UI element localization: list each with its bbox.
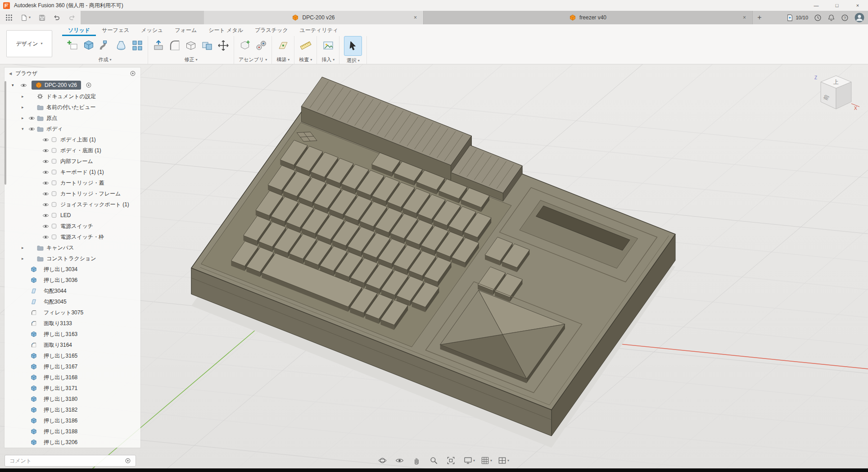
select-icon[interactable] [347, 40, 359, 52]
browser-tree-item[interactable]: ▸ キャンバス [5, 242, 140, 253]
new-tab-button[interactable]: + [753, 11, 766, 24]
workspace-selector[interactable]: デザイン ▾ [6, 30, 52, 57]
tool-group-menu[interactable]: 挿入▾ [321, 56, 335, 63]
browser-tree-item[interactable]: ▸ ドキュメントの設定 [5, 91, 140, 102]
visibility-eye-icon[interactable] [42, 169, 51, 176]
browser-root-item[interactable]: ▾ DPC-200 v26 [5, 79, 140, 91]
expand-toggle[interactable]: ▸ [22, 94, 28, 99]
browser-tree-item[interactable]: ボディ上面 (1) [5, 134, 140, 145]
browser-feature-item[interactable]: 押し出し3165 [5, 350, 140, 361]
press-pull-icon[interactable] [153, 40, 164, 51]
joint-icon[interactable] [255, 40, 267, 51]
orbit-button[interactable]: ▾ [378, 456, 389, 465]
browser-feature-item[interactable]: 勾配3044 [5, 286, 140, 296]
browser-feature-item[interactable]: 押し出し3036 [5, 275, 140, 286]
expand-toggle[interactable]: ▸ [22, 116, 28, 120]
browser-tree-item[interactable]: ジョイスティックポート (1) [5, 199, 140, 210]
browser-feature-item[interactable]: 面取り3164 [5, 340, 140, 350]
visibility-eye-icon[interactable] [20, 82, 29, 89]
visibility-eye-icon[interactable] [42, 212, 51, 219]
document-tab[interactable]: DPC-200 v26 × [204, 11, 424, 24]
browser-feature-item[interactable]: 押し出し3180 [5, 394, 140, 404]
browser-feature-item[interactable]: 押し出し3168 [5, 372, 140, 383]
extrude-icon[interactable] [83, 40, 95, 51]
expand-toggle[interactable]: ▸ [22, 245, 28, 250]
expand-toggle[interactable]: ▸ [22, 256, 28, 261]
create-sketch-icon[interactable] [67, 40, 78, 51]
browser-feature-item[interactable]: 押し出し3182 [5, 404, 140, 415]
fit-button[interactable]: ▾ [447, 456, 458, 465]
browser-tree-item[interactable]: LED [5, 210, 140, 221]
visibility-eye-icon[interactable] [42, 180, 51, 186]
display-button[interactable]: ▾ [464, 456, 475, 465]
visibility-eye-icon[interactable] [28, 126, 37, 132]
view-cube[interactable]: 上 前 Z X [808, 68, 862, 122]
tool-group-menu[interactable]: アセンブリ▾ [239, 56, 267, 63]
pan-button[interactable]: ▾ [412, 456, 424, 465]
help-button[interactable]: ? [841, 14, 849, 22]
pattern-icon[interactable] [131, 40, 143, 51]
tool-group-menu[interactable]: 構築▾ [276, 56, 289, 63]
user-avatar-button[interactable] [854, 13, 864, 23]
file-menu-button[interactable]: ▾ [21, 14, 31, 21]
look-at-button[interactable]: ▾ [395, 456, 407, 465]
browser-tree-item[interactable]: 内部フレーム [5, 156, 140, 167]
browser-feature-item[interactable]: 押し出し3163 [5, 329, 140, 340]
browser-options-icon[interactable] [130, 70, 136, 77]
collapse-browser-button[interactable]: ◀ [9, 72, 12, 76]
browser-tree-item[interactable]: ボディ・底面 (1) [5, 145, 140, 156]
browser-tree-item[interactable]: カートリッジ・蓋 [5, 177, 140, 188]
redo-button[interactable] [68, 14, 75, 21]
visibility-eye-icon[interactable] [42, 136, 51, 143]
visibility-eye-icon[interactable] [42, 234, 51, 241]
new-component-icon[interactable] [239, 40, 251, 51]
browser-feature-item[interactable]: 面取り3133 [5, 318, 140, 329]
move-icon[interactable] [217, 40, 229, 51]
construction-plane-icon[interactable] [277, 40, 289, 51]
browser-feature-item[interactable]: 押し出し3188 [5, 426, 140, 437]
browser-tree-item[interactable]: ▸ 名前の付いたビュー [5, 102, 140, 113]
shell-icon[interactable] [185, 40, 197, 51]
tool-group-menu[interactable]: 作成▾ [98, 56, 111, 63]
sweep-icon[interactable] [99, 40, 111, 51]
status-clock-button[interactable] [814, 14, 822, 22]
ribbon-tab[interactable]: メッシュ [135, 24, 169, 36]
visibility-eye-icon[interactable] [42, 223, 51, 230]
visibility-eye-icon[interactable] [42, 191, 51, 197]
browser-tree-item[interactable]: ▸ 原点 [5, 113, 140, 123]
viewports-button[interactable]: ▾ [498, 456, 509, 465]
close-tab-button[interactable]: × [414, 14, 417, 21]
ribbon-tab[interactable]: ソリッド [62, 24, 96, 36]
revolve-icon[interactable] [115, 40, 127, 51]
expand-toggle[interactable]: ▾ [22, 127, 28, 131]
ribbon-tab[interactable]: サーフェス [96, 24, 135, 36]
fillet-icon[interactable] [169, 40, 181, 51]
ribbon-tab[interactable]: フォーム [169, 24, 203, 36]
maximize-button[interactable]: □ [827, 0, 847, 11]
zoom-button[interactable]: ▾ [429, 456, 441, 465]
browser-scrollbar[interactable] [5, 81, 6, 185]
visibility-eye-icon[interactable] [42, 201, 51, 208]
combine-icon[interactable] [201, 40, 213, 51]
tool-group-menu[interactable]: 選択▾ [347, 57, 360, 64]
visibility-eye-icon[interactable] [42, 147, 51, 154]
measure-icon[interactable] [300, 40, 312, 51]
close-tab-button[interactable]: × [743, 14, 746, 21]
save-button[interactable] [39, 14, 45, 21]
browser-tree-item[interactable]: 電源スイッチ [5, 221, 140, 231]
job-status-button[interactable]: 10/10 [786, 14, 808, 22]
browser-feature-item[interactable]: フィレット3075 [5, 307, 140, 318]
browser-tree-item[interactable]: ▾ ボディ [5, 123, 140, 134]
insert-canvas-icon[interactable] [322, 40, 334, 51]
browser-tree-item[interactable]: キーボード (1) (1) [5, 167, 140, 177]
browser-feature-item[interactable]: 押し出し3206 [5, 437, 140, 448]
comment-bar[interactable]: コメント [5, 455, 136, 467]
notifications-button[interactable] [827, 14, 835, 22]
visibility-eye-icon[interactable] [28, 115, 37, 122]
browser-feature-item[interactable]: 押し出し3171 [5, 383, 140, 394]
close-button[interactable]: × [847, 0, 868, 11]
browser-feature-item[interactable]: 押し出し3186 [5, 415, 140, 426]
comment-target-icon[interactable] [125, 458, 131, 464]
browser-tree-item[interactable]: 電源スイッチ・枠 [5, 231, 140, 242]
ribbon-tab[interactable]: プラスチック [249, 24, 294, 36]
